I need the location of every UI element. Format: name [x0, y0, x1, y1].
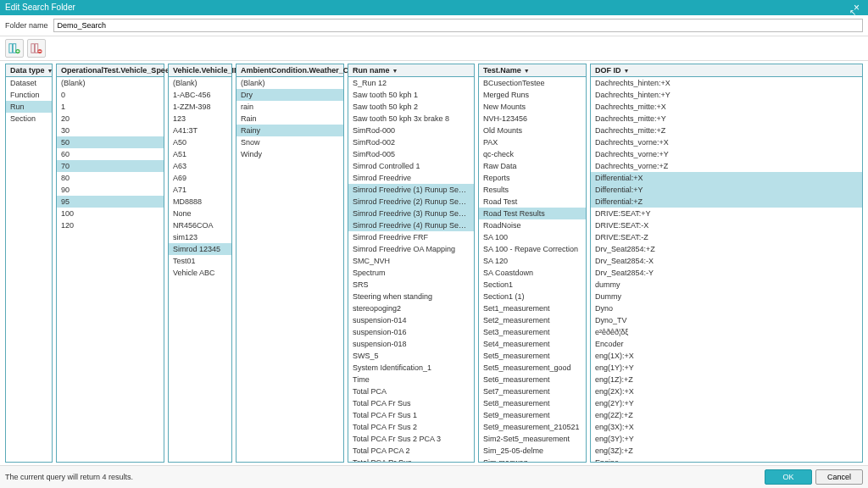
list-item[interactable]: DRIVE:SEAT:-X [591, 219, 862, 231]
list-item[interactable]: Set9_measurement_210521 [479, 421, 586, 433]
list-item[interactable]: Road Test [479, 196, 586, 208]
list-item[interactable]: A50 [169, 136, 231, 148]
column-body[interactable]: Dachrechts_hinten:+XDachrechts_hinten:+Y… [591, 77, 862, 462]
list-item[interactable]: NR456COA [169, 219, 231, 231]
list-item[interactable]: Dachrechts_mitte:+Y [591, 113, 862, 125]
list-item[interactable]: SWS_5 [348, 350, 474, 362]
list-item[interactable]: 120 [57, 219, 164, 231]
list-item[interactable]: Dachrechts_mitte:+Z [591, 125, 862, 136]
list-item[interactable]: Steering when standing [348, 291, 474, 302]
list-item[interactable]: Set7_measurement [479, 385, 586, 397]
list-item[interactable]: Vehicle ABC [169, 267, 231, 279]
list-item[interactable]: 50 [57, 136, 164, 148]
list-item[interactable]: Spectrum [348, 267, 474, 279]
column-body[interactable]: BCusectionTesteeMerged RunsNew MountsNVH… [479, 77, 586, 462]
list-item[interactable]: NVH-123456 [479, 113, 586, 125]
list-item[interactable]: Rainy [236, 125, 343, 136]
column-header[interactable]: OperationalTest.Vehicle_Speed_kmh▼ [57, 64, 164, 77]
column-body[interactable]: (Blank)DryrainRainRainySnowWindy [236, 77, 343, 462]
column-body[interactable]: DatasetFunctionRunSection [6, 77, 52, 462]
list-item[interactable]: Test01 [169, 255, 231, 267]
list-item[interactable]: A69 [169, 172, 231, 184]
list-item[interactable]: suspension-016 [348, 326, 474, 338]
list-item[interactable]: Set9_measurement [479, 409, 586, 421]
list-item[interactable]: Total PCA Fr Sus 1 [348, 409, 474, 421]
list-item[interactable]: eng(2Z):+Z [591, 409, 862, 421]
list-item[interactable]: Sim_25-05-delme [479, 445, 586, 457]
list-item[interactable]: dummy [591, 279, 862, 291]
list-item[interactable]: Drv_Seat2854:-Y [591, 267, 862, 279]
column-header[interactable]: DOF ID▼ [591, 64, 862, 77]
list-item[interactable]: sim123 [169, 231, 231, 243]
list-item[interactable]: Set3_measurement [479, 326, 586, 338]
list-item[interactable]: Differential:+Z [591, 196, 862, 208]
list-item[interactable]: eng(3Z):+Z [591, 445, 862, 457]
list-item[interactable]: Function [6, 89, 52, 101]
list-item[interactable]: New Mounts [479, 101, 586, 113]
list-item[interactable]: (Blank) [57, 77, 164, 89]
list-item[interactable]: SimRod-000 [348, 125, 474, 136]
list-item[interactable]: suspension-018 [348, 338, 474, 350]
list-item[interactable]: DRIVE:SEAT:+Y [591, 208, 862, 219]
list-item[interactable]: SA 100 - Repave Correction [479, 243, 586, 255]
list-item[interactable]: Set1_measurement [479, 302, 586, 314]
column-header[interactable]: AmbientCondition.Weather_Condition▼ [236, 64, 343, 77]
list-item[interactable]: rain [236, 101, 343, 113]
list-item[interactable]: suspension-014 [348, 314, 474, 326]
column-body[interactable]: S_Run 12Saw tooth 50 kph 1Saw tooth 50 k… [348, 77, 474, 462]
list-item[interactable]: Drv_Seat2854:+Z [591, 243, 862, 255]
list-item[interactable]: Dachrechts_hinten:+Y [591, 89, 862, 101]
list-item[interactable]: 80 [57, 172, 164, 184]
list-item[interactable]: MD8888 [169, 196, 231, 208]
list-item[interactable]: SA 100 [479, 231, 586, 243]
list-item[interactable]: eng(1Z):+Z [591, 374, 862, 385]
list-item[interactable]: RoadNoise [479, 219, 586, 231]
list-item[interactable]: Saw tooth 50 kph 2 [348, 101, 474, 113]
list-item[interactable]: Section [6, 113, 52, 125]
list-item[interactable]: Run [6, 101, 52, 113]
list-item[interactable]: eng(1X):+X [591, 350, 862, 362]
list-item[interactable]: SA 120 [479, 255, 586, 267]
list-item[interactable]: Simrod Controlled 1 [348, 160, 474, 172]
list-item[interactable]: Set5_measurement [479, 350, 586, 362]
list-item[interactable]: 30 [57, 125, 164, 136]
list-item[interactable]: Simrod Freedrive (1) Runup Segment [348, 184, 474, 196]
column-header[interactable]: Test.Name▼ [479, 64, 586, 77]
list-item[interactable]: System Identification_1 [348, 362, 474, 374]
list-item[interactable]: Rain [236, 113, 343, 125]
list-item[interactable]: Set8_measurement [479, 397, 586, 409]
list-item[interactable]: Dachrechts_vorne:+Z [591, 160, 862, 172]
list-item[interactable]: BCusectionTestee [479, 77, 586, 89]
list-item[interactable]: Set4_measurement [479, 338, 586, 350]
list-item[interactable]: Simrod Freedrive OA Mapping [348, 243, 474, 255]
list-item[interactable]: Sim-magweg [479, 457, 586, 462]
list-item[interactable]: Simrod Freedrive (4) Runup Segment [348, 219, 474, 231]
list-item[interactable]: Dachrechts_hinten:+X [591, 77, 862, 89]
list-item[interactable]: Dachrechts_vorne:+Y [591, 148, 862, 160]
list-item[interactable]: Simrod 12345 [169, 243, 231, 255]
list-item[interactable]: Section1 [479, 279, 586, 291]
list-item[interactable]: Differential:+X [591, 172, 862, 184]
list-item[interactable]: Dyno_TV [591, 314, 862, 326]
list-item[interactable]: 123 [169, 113, 231, 125]
list-item[interactable]: Sim2-Set5_measurement [479, 433, 586, 445]
list-item[interactable]: 1 [57, 101, 164, 113]
column-body[interactable]: (Blank)012030506070809095100120 [57, 77, 164, 462]
list-item[interactable]: Encoder [591, 338, 862, 350]
list-item[interactable]: Results [479, 184, 586, 196]
column-body[interactable]: (Blank)1-ABC-4561-ZZM-398123A41:3TA50A51… [169, 77, 231, 462]
list-item[interactable]: Dyno [591, 302, 862, 314]
column-header[interactable]: Vehicle.Vehicle_ID▼ [169, 64, 231, 77]
list-item[interactable]: SimRod-005 [348, 148, 474, 160]
list-item[interactable]: DRIVE:SEAT:-Z [591, 231, 862, 243]
list-item[interactable]: Differential:+Y [591, 184, 862, 196]
list-item[interactable]: Reports [479, 172, 586, 184]
list-item[interactable]: 20 [57, 113, 164, 125]
list-item[interactable]: 95 [57, 196, 164, 208]
list-item[interactable]: (Blank) [236, 77, 343, 89]
ok-button[interactable]: OK [765, 469, 812, 485]
list-item[interactable]: Total PCA PCA 2 [348, 445, 474, 457]
list-item[interactable]: Total PCA Fr Sus 2 PCA 3 [348, 433, 474, 445]
list-item[interactable]: qc-check [479, 148, 586, 160]
cancel-button[interactable]: Cancel [815, 469, 863, 485]
